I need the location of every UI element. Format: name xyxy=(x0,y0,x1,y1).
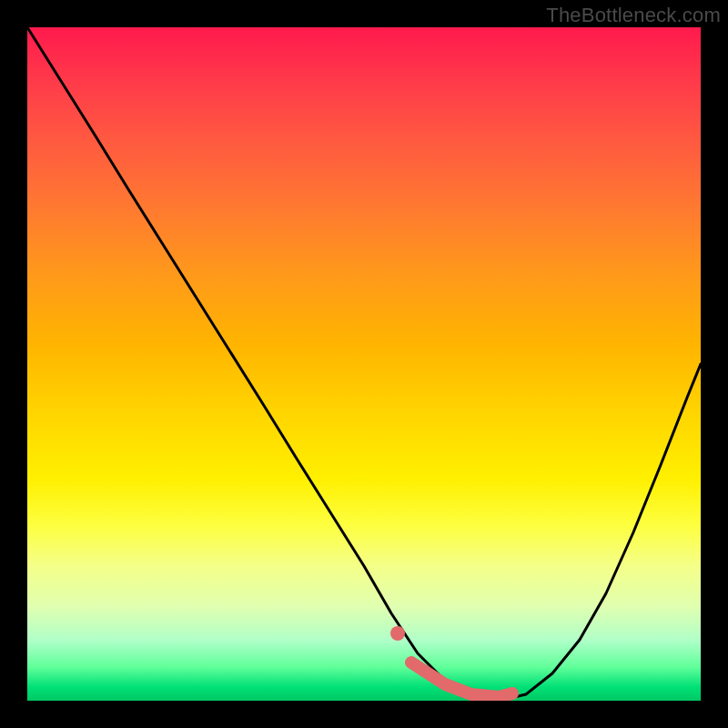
chart-frame: TheBottleneck.com xyxy=(0,0,728,728)
plot-area xyxy=(27,27,701,701)
bottleneck-curve xyxy=(27,27,701,701)
optimal-range-highlight xyxy=(411,662,512,697)
curve-svg xyxy=(27,27,701,701)
highlight-dot xyxy=(390,626,405,641)
watermark-text: TheBottleneck.com xyxy=(546,4,721,27)
